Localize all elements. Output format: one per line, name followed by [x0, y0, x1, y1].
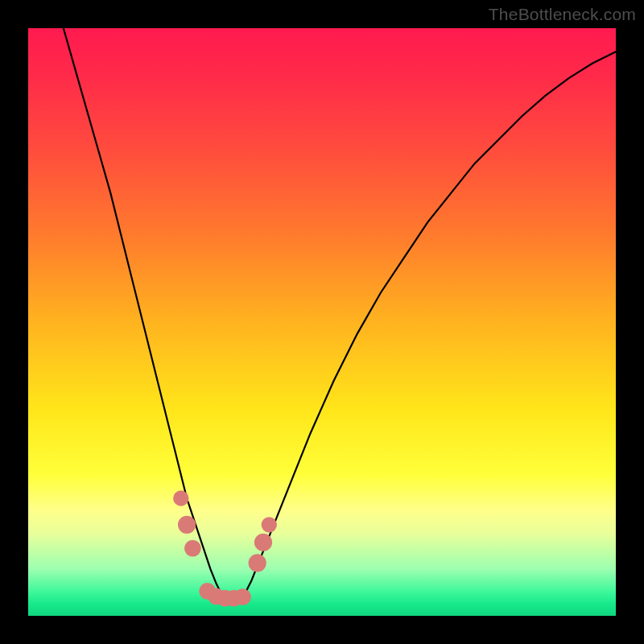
chart-plot-area [28, 28, 616, 616]
watermark-text: TheBottleneck.com [489, 5, 636, 24]
data-marker [234, 588, 251, 605]
chart-frame: TheBottleneck.com [0, 0, 644, 644]
data-marker [178, 516, 196, 534]
data-marker [184, 540, 201, 557]
marker-group [173, 490, 277, 606]
data-marker [173, 490, 188, 506]
data-marker [262, 517, 277, 532]
bottleneck-curve [64, 28, 616, 598]
data-marker [254, 534, 272, 551]
chart-svg [28, 28, 616, 616]
data-marker [249, 554, 266, 572]
